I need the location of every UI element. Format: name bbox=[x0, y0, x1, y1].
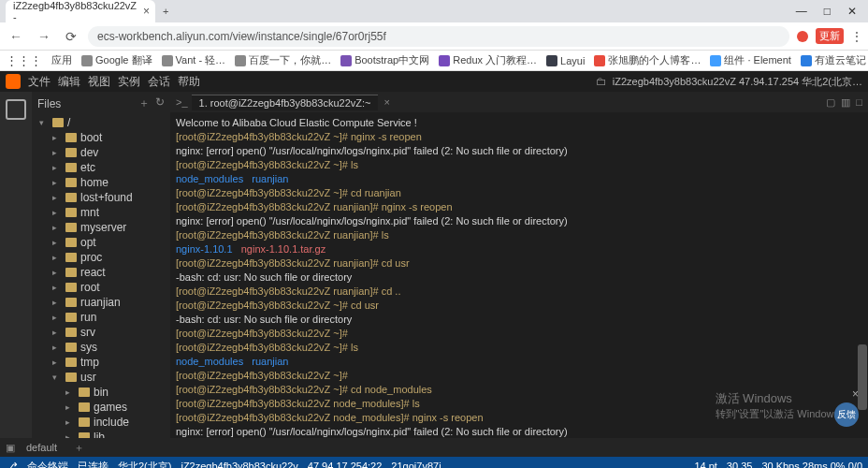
tree-node[interactable]: ▸sys bbox=[32, 340, 170, 355]
bookmark-item[interactable]: Vant - 轻… bbox=[162, 53, 226, 67]
tree-node[interactable]: ▸include bbox=[32, 415, 170, 430]
bookmark-item[interactable]: 张旭鹏的个人博客… bbox=[594, 53, 701, 67]
apps-icon[interactable]: ⋮⋮⋮ bbox=[6, 53, 42, 67]
tree-node[interactable]: ▸run bbox=[32, 310, 170, 325]
tree-label: bin bbox=[94, 386, 108, 399]
bookmark-icon bbox=[594, 55, 605, 66]
tree-label: tmp bbox=[80, 356, 99, 369]
tree-node[interactable]: ▸root bbox=[32, 280, 170, 295]
bookmark-item[interactable]: Redux 入门教程… bbox=[439, 53, 537, 67]
bookmark-icon bbox=[340, 55, 352, 66]
tree-label: ruanjian bbox=[80, 296, 121, 309]
tree-label: lost+found bbox=[80, 191, 133, 204]
tree-node[interactable]: ▸opt bbox=[32, 235, 170, 250]
feedback-button[interactable]: 反馈 bbox=[834, 402, 859, 427]
minimize-icon[interactable]: — bbox=[796, 5, 807, 18]
workspace-icon: ▣ bbox=[6, 442, 15, 454]
bookmark-item[interactable]: 组件 · Element bbox=[710, 53, 791, 67]
folder-icon bbox=[65, 328, 77, 337]
bookmark-item[interactable]: 百度一下，你就… bbox=[235, 53, 331, 67]
layout-icon[interactable]: ▢ bbox=[826, 96, 835, 109]
tree-node[interactable]: ▸react bbox=[32, 265, 170, 280]
tree-node[interactable]: ▸lost+found bbox=[32, 190, 170, 205]
terminal-output[interactable]: Welcome to Alibaba Cloud Elastic Compute… bbox=[170, 112, 868, 438]
tree-node[interactable]: ▸home bbox=[32, 175, 170, 190]
status-item: 命令终端 bbox=[27, 460, 68, 469]
tree-node[interactable]: ▸srv bbox=[32, 325, 170, 340]
tree-label: opt bbox=[80, 236, 96, 249]
terminal-tabbar: >_ 1. root@iZ2zegb4fb3y8b83cku22vZ:~ × ▢… bbox=[170, 92, 868, 112]
bookmark-item[interactable]: Google 翻译 bbox=[81, 53, 152, 67]
tree-node[interactable]: ▸myserver bbox=[32, 220, 170, 235]
folder-icon bbox=[65, 268, 77, 277]
layout-icon[interactable]: ▥ bbox=[841, 96, 850, 109]
status-item: 47.94.17.254:22 bbox=[308, 461, 383, 468]
tree-label: sys bbox=[80, 341, 97, 354]
close-icon[interactable]: × bbox=[143, 5, 150, 18]
tree-node[interactable]: ▸proc bbox=[32, 250, 170, 265]
chevron-icon: ▸ bbox=[52, 253, 62, 262]
folder-icon bbox=[65, 283, 77, 292]
chevron-icon: ▸ bbox=[52, 313, 62, 322]
extension-icon[interactable] bbox=[797, 31, 808, 42]
browser-menu-icon[interactable]: ⋮ bbox=[851, 30, 862, 43]
add-tab-icon[interactable]: ＋ bbox=[65, 441, 94, 455]
folder-icon bbox=[52, 118, 64, 127]
new-tab-button[interactable]: + bbox=[155, 6, 176, 17]
browser-tab[interactable]: iZ2zegb4fb3y8b83cku22vZ - × bbox=[6, 0, 155, 22]
tree-node[interactable]: ▸lib bbox=[32, 430, 170, 438]
files-icon[interactable] bbox=[6, 99, 26, 120]
status-cursor-pos: 30,35 bbox=[727, 461, 753, 468]
reload-icon[interactable]: ⟳ bbox=[62, 27, 80, 46]
sidebar-title: Files bbox=[37, 97, 61, 110]
bookmark-item[interactable]: 有道云笔记 bbox=[801, 53, 866, 67]
chevron-icon: ▸ bbox=[52, 343, 62, 352]
menu-item[interactable]: 会话 bbox=[148, 74, 170, 90]
bookmark-item[interactable]: Bootstrap中文网 bbox=[340, 53, 429, 67]
status-item: 华北2(北京) bbox=[118, 460, 171, 469]
forward-icon[interactable]: → bbox=[34, 27, 54, 46]
app-menubar: 文件 编辑 视图 实例 会话 帮助 🗀 iZ2zegb4fb3y8b83cku2… bbox=[0, 71, 868, 92]
terminal-tab[interactable]: 1. root@iZ2zegb4fb3y8b83cku22vZ:~ bbox=[192, 95, 379, 110]
folder-icon bbox=[65, 193, 77, 202]
bottom-tab-default[interactable]: default bbox=[19, 440, 65, 455]
tree-node[interactable]: ▸boot bbox=[32, 130, 170, 145]
tree-node[interactable]: ▸ruanjian bbox=[32, 295, 170, 310]
update-button[interactable]: 更新 bbox=[816, 28, 844, 44]
status-item[interactable]: ⎇ bbox=[6, 461, 18, 469]
back-icon[interactable]: ← bbox=[6, 27, 26, 46]
browser-titlebar: iZ2zegb4fb3y8b83cku22vZ - × + — □ ✕ bbox=[0, 0, 868, 22]
menu-item[interactable]: 文件 bbox=[28, 74, 51, 90]
bookmark-item[interactable]: Layui bbox=[546, 55, 585, 66]
add-icon[interactable]: ＋ bbox=[138, 95, 150, 111]
tree-label: / bbox=[67, 116, 70, 129]
terminal-tab-close-icon[interactable]: × bbox=[383, 96, 389, 108]
refresh-icon[interactable]: ↻ bbox=[155, 95, 165, 111]
url-input[interactable]: ecs-workbench.aliyun.com/view/instance/s… bbox=[88, 26, 789, 47]
tree-node[interactable]: ▸games bbox=[32, 400, 170, 415]
tree-node[interactable]: ▸bin bbox=[32, 385, 170, 400]
tree-node[interactable]: ▸tmp bbox=[32, 355, 170, 370]
apps-label[interactable]: 应用 bbox=[51, 53, 72, 67]
scrollbar-thumb[interactable] bbox=[858, 344, 867, 410]
tree-node[interactable]: ▸mnt bbox=[32, 205, 170, 220]
maximize-icon[interactable]: □ bbox=[824, 5, 831, 18]
tree-node[interactable]: ▾usr bbox=[32, 370, 170, 385]
folder-icon bbox=[65, 358, 77, 367]
menu-item[interactable]: 帮助 bbox=[178, 74, 200, 90]
close-icon[interactable]: × bbox=[852, 388, 859, 401]
menu-item[interactable]: 视图 bbox=[88, 74, 110, 90]
tree-node[interactable]: ▸dev bbox=[32, 145, 170, 160]
menu-item[interactable]: 编辑 bbox=[58, 74, 80, 90]
tree-node[interactable]: ▾/ bbox=[32, 115, 170, 130]
window-close-icon[interactable]: ✕ bbox=[847, 5, 857, 18]
tree-label: react bbox=[80, 266, 106, 279]
tree-label: myserver bbox=[80, 221, 126, 234]
status-item: 21qoi7v87j bbox=[391, 461, 441, 468]
tree-node[interactable]: ▸etc bbox=[32, 160, 170, 175]
chevron-icon: ▸ bbox=[65, 417, 75, 427]
folder-icon bbox=[65, 373, 77, 382]
menu-item[interactable]: 实例 bbox=[118, 74, 140, 90]
bookmark-icon bbox=[710, 55, 721, 66]
layout-icon[interactable]: □ bbox=[856, 96, 862, 109]
